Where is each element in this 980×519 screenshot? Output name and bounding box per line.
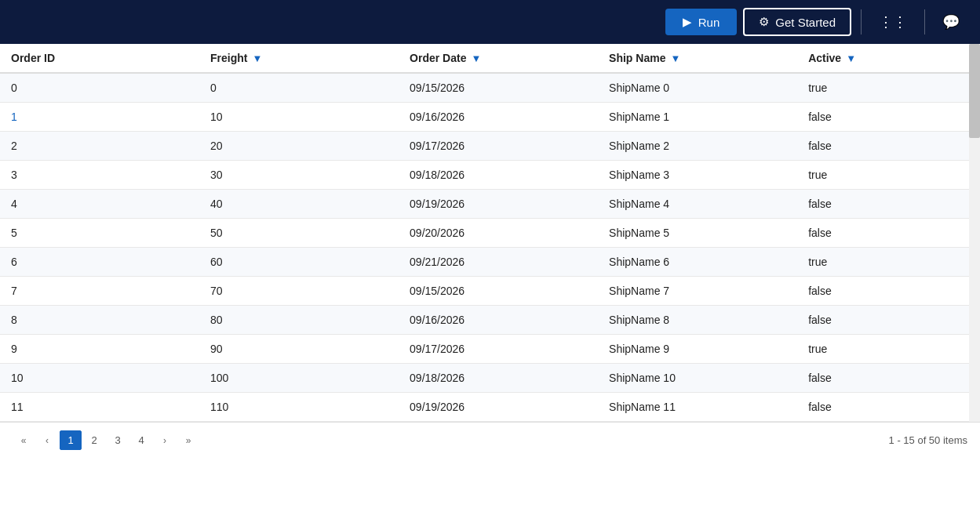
cell-ship-name: ShipName 9 [598,335,797,364]
chat-button[interactable]: 💬 [934,9,967,35]
share-icon: ⋮⋮ [879,13,907,31]
freight-filter-icon[interactable]: ▼ [252,53,262,64]
cell-order-id: 0 [0,73,199,103]
pagination-first[interactable]: « [13,431,35,450]
cell-active: false [797,219,980,248]
cell-active: true [797,335,980,364]
table-row: 88009/16/2026ShipName 8false [0,306,980,335]
cell-freight: 20 [199,132,399,161]
scrollbar-area[interactable] [969,44,980,422]
cell-ship-name: ShipName 10 [598,364,797,393]
cell-order-id: 3 [0,161,199,190]
table-wrapper: Order ID Freight ▼ Order Date ▼ [0,44,980,422]
cell-order-id: 10 [0,364,199,393]
col-ship-name-label: Ship Name [609,52,665,64]
cell-ship-name: ShipName 1 [598,103,797,132]
cell-active: false [797,190,980,219]
get-started-label: Get Started [775,16,836,29]
ship-name-filter-icon[interactable]: ▼ [670,53,680,64]
pagination-page-4[interactable]: 4 [130,430,152,450]
table-row: 1111009/19/2026ShipName 11false [0,393,980,422]
cell-active: true [797,248,980,277]
pagination-page-3[interactable]: 3 [107,430,129,450]
run-label: Run [698,16,720,29]
cell-order-id: 11 [0,393,199,422]
cell-order-id: 9 [0,335,199,364]
cell-order-id: 6 [0,248,199,277]
cell-order-date: 09/18/2026 [399,364,598,393]
get-started-icon: ⚙ [759,15,769,29]
get-started-button[interactable]: ⚙ Get Started [743,8,851,36]
table-header-row: Order ID Freight ▼ Order Date ▼ [0,44,980,73]
cell-active: false [797,306,980,335]
pagination-summary: 1 - 15 of 50 items [889,434,967,446]
cell-order-date: 09/19/2026 [399,393,598,422]
col-header-order-id: Order ID [0,44,199,73]
cell-order-date: 09/15/2026 [399,277,598,306]
cell-order-date: 09/16/2026 [399,306,598,335]
table-row: 44009/19/2026ShipName 4false [0,190,980,219]
divider-1 [861,9,862,34]
cell-order-id: 2 [0,132,199,161]
cell-freight: 60 [199,248,399,277]
col-freight-label: Freight [210,52,247,64]
scrollbar-thumb[interactable] [969,44,980,138]
cell-order-id[interactable]: 1 [0,103,199,132]
col-header-ship-name: Ship Name ▼ [598,44,797,73]
cell-active: true [797,73,980,103]
data-table: Order ID Freight ▼ Order Date ▼ [0,44,980,422]
table-row: 77009/15/2026ShipName 7false [0,277,980,306]
cell-ship-name: ShipName 5 [598,219,797,248]
table-row: 99009/17/2026ShipName 9true [0,335,980,364]
chat-icon: 💬 [942,13,960,31]
run-button[interactable]: ▶ Run [665,9,738,35]
cell-active: false [797,364,980,393]
col-header-order-date: Order Date ▼ [399,44,598,73]
order-date-filter-icon[interactable]: ▼ [471,53,481,64]
divider-2 [924,9,925,34]
active-filter-icon[interactable]: ▼ [846,53,856,64]
cell-ship-name: ShipName 3 [598,161,797,190]
table-row: 22009/17/2026ShipName 2false [0,132,980,161]
table-row: 1010009/18/2026ShipName 10false [0,364,980,393]
col-header-freight: Freight ▼ [199,44,399,73]
cell-freight: 90 [199,335,399,364]
cell-ship-name: ShipName 0 [598,73,797,103]
share-button[interactable]: ⋮⋮ [871,9,915,35]
cell-freight: 70 [199,277,399,306]
pagination-page-2[interactable]: 2 [83,430,105,450]
cell-ship-name: ShipName 11 [598,393,797,422]
cell-ship-name: ShipName 4 [598,190,797,219]
table-row: 11009/16/2026ShipName 1false [0,103,980,132]
cell-freight: 30 [199,161,399,190]
cell-active: false [797,277,980,306]
pagination-next[interactable]: › [154,431,176,450]
cell-active: true [797,161,980,190]
cell-ship-name: ShipName 2 [598,132,797,161]
cell-order-id: 5 [0,219,199,248]
cell-ship-name: ShipName 8 [598,306,797,335]
cell-order-id: 4 [0,190,199,219]
pagination-last[interactable]: » [177,431,199,450]
pagination-page-1[interactable]: 1 [60,430,82,450]
cell-freight: 40 [199,190,399,219]
cell-order-date: 09/21/2026 [399,248,598,277]
cell-active: false [797,132,980,161]
table-row: 66009/21/2026ShipName 6true [0,248,980,277]
cell-order-date: 09/16/2026 [399,103,598,132]
pagination-left: «‹1234›» [13,430,199,450]
cell-ship-name: ShipName 6 [598,248,797,277]
col-header-active: Active ▼ [797,44,980,73]
table-row: 0009/15/2026ShipName 0true [0,73,980,103]
top-bar: ▶ Run ⚙ Get Started ⋮⋮ 💬 [0,0,980,44]
cell-ship-name: ShipName 7 [598,277,797,306]
cell-active: false [797,393,980,422]
col-order-id-label: Order ID [11,52,55,64]
pagination-prev[interactable]: ‹ [36,431,58,450]
cell-order-id: 8 [0,306,199,335]
cell-order-date: 09/20/2026 [399,219,598,248]
cell-order-date: 09/17/2026 [399,335,598,364]
cell-order-id: 7 [0,277,199,306]
table-row: 33009/18/2026ShipName 3true [0,161,980,190]
cell-freight: 80 [199,306,399,335]
